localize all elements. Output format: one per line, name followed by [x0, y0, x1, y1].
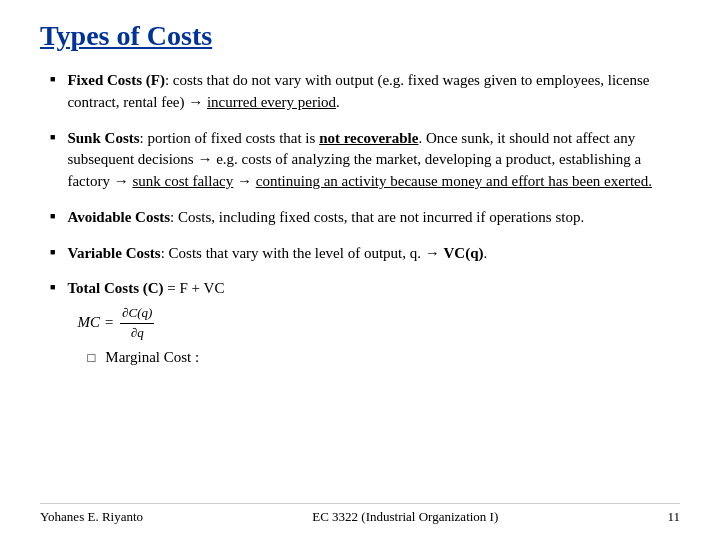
slide-page: Types of Costs ■ Fixed Costs (F): costs … — [0, 0, 720, 540]
fixed-costs-underline: incurred every period — [207, 94, 336, 110]
sunk-costs-text: Sunk Costs: portion of fixed costs that … — [67, 128, 680, 193]
bullet-total-costs: ■ Total Costs (C) = F + VC MC = ∂C(q) ∂q — [50, 278, 680, 368]
sunk-costs-label: Sunk Costs — [67, 130, 139, 146]
sunk-not-recoverable: not recoverable — [319, 130, 418, 146]
footer-page-number: 11 — [667, 509, 680, 525]
content-area: ■ Fixed Costs (F): costs that do not var… — [40, 70, 680, 368]
variable-costs-text: Variable Costs: Costs that vary with the… — [67, 243, 680, 265]
variable-costs-body: : Costs that vary with the level of outp… — [161, 245, 488, 261]
variable-costs-label: Variable Costs — [67, 245, 160, 261]
bullet-marker-4: ■ — [50, 247, 55, 257]
slide-footer: Yohanes E. Riyanto EC 3322 (Industrial O… — [40, 503, 680, 525]
bullet-fixed-costs: ■ Fixed Costs (F): costs that do not var… — [50, 70, 680, 114]
bullet-variable-costs: ■ Variable Costs: Costs that vary with t… — [50, 243, 680, 265]
footer-author: Yohanes E. Riyanto — [40, 509, 143, 525]
mc-label: MC — [77, 312, 100, 334]
bullet-marker-1: ■ — [50, 74, 55, 84]
sunk-fallacy: sunk cost fallacy — [132, 173, 233, 189]
bullet-avoidable-costs: ■ Avoidable Costs: Costs, including fixe… — [50, 207, 680, 229]
fixed-costs-text: Fixed Costs (F): costs that do not vary … — [67, 70, 680, 114]
fixed-costs-label: Fixed Costs (F) — [67, 72, 165, 88]
avoidable-costs-text: Avoidable Costs: Costs, including fixed … — [67, 207, 680, 229]
marginal-cost-label: Marginal Cost : — [105, 347, 199, 369]
mc-formula: MC = ∂C(q) ∂q — [77, 304, 680, 343]
footer-course: EC 3322 (Industrial Organization I) — [312, 509, 498, 525]
avoidable-costs-label: Avoidable Costs — [67, 209, 170, 225]
mc-denominator: ∂q — [129, 324, 146, 343]
bullet-marker-2: ■ — [50, 132, 55, 142]
sub-bullet-marker: □ — [87, 349, 95, 368]
bullet-sunk-costs: ■ Sunk Costs: portion of fixed costs tha… — [50, 128, 680, 193]
marginal-cost-sub: □ Marginal Cost : — [87, 347, 680, 369]
bullet-marker-5: ■ — [50, 282, 55, 292]
avoidable-costs-body: : Costs, including fixed costs, that are… — [170, 209, 584, 225]
mc-fraction: ∂C(q) ∂q — [120, 304, 154, 343]
mc-numerator: ∂C(q) — [120, 304, 154, 324]
sunk-continuing: continuing an activity because money and… — [256, 173, 652, 189]
total-costs-label: Total Costs (C) — [67, 280, 163, 296]
bullet-marker-3: ■ — [50, 211, 55, 221]
vc-q: VC(q) — [444, 245, 484, 261]
page-title: Types of Costs — [40, 20, 680, 52]
sunk-costs-body: : portion of fixed costs that is not rec… — [67, 130, 652, 190]
mc-equals: = — [104, 312, 114, 334]
total-costs-body: = F + VC — [164, 280, 225, 296]
total-costs-text: Total Costs (C) = F + VC MC = ∂C(q) ∂q □… — [67, 278, 680, 368]
